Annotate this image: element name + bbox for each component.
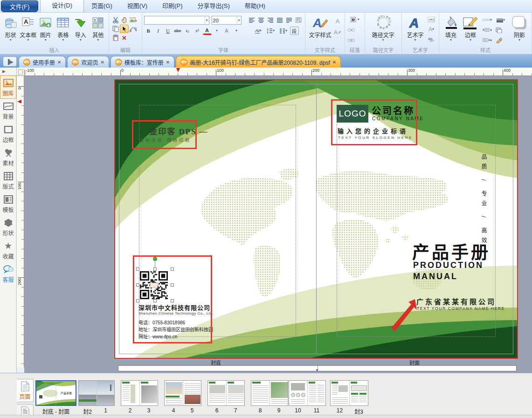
- side-vertical-text[interactable]: 品质 / 专业 / 高效: [480, 154, 488, 214]
- select-cursor-button[interactable]: [120, 25, 129, 33]
- highlight-color-dropdown[interactable]: ▾: [232, 27, 241, 35]
- indent-decrease-button[interactable]: ▾: [480, 26, 494, 34]
- hand-pan-button[interactable]: [120, 16, 129, 24]
- cover-title-en-2[interactable]: MANUAL: [413, 272, 458, 281]
- cover-title[interactable]: 产品手册: [412, 239, 491, 264]
- char-style-button[interactable]: A: [333, 17, 342, 25]
- sidebar-item-background[interactable]: 背景: [0, 99, 16, 122]
- font-color-button[interactable]: A: [203, 27, 212, 35]
- thumbnail-spread[interactable]: [330, 380, 368, 406]
- doc-tab-template-library[interactable]: DPS 模板库：宣传册 ✕: [111, 56, 174, 68]
- unlink-textboxes-button[interactable]: [347, 36, 356, 44]
- insert-textbox-button[interactable]: A 文本框▾: [20, 14, 37, 41]
- doc-tab-active-album[interactable]: DPS 画册-大16开骑马钉-绿色工厂产品画册200820-1109. dpsf…: [176, 56, 341, 68]
- thumbnail-spread[interactable]: [78, 380, 115, 406]
- arrange-layers-button[interactable]: [494, 26, 503, 34]
- vertical-ruler[interactable]: 0 100 200: [17, 76, 24, 367]
- thumbnail-cover-spread[interactable]: 产品手册: [35, 380, 76, 406]
- font-size-combo[interactable]: 20▾: [212, 16, 242, 25]
- paragraph-dialog-button[interactable]: 段: [290, 27, 299, 35]
- strikethrough-button[interactable]: abe: [173, 27, 182, 35]
- sidebar-item-template[interactable]: 模板: [0, 192, 16, 215]
- line-style-button[interactable]: ▾: [480, 16, 494, 24]
- close-tab-icon[interactable]: ✕: [100, 60, 104, 65]
- insert-picture-button[interactable]: 图片▾: [37, 14, 55, 41]
- shadow-button[interactable]: 阴影▾: [509, 14, 530, 41]
- indent-increase-button[interactable]: ▾: [480, 36, 494, 45]
- paste-button[interactable]: [111, 34, 120, 42]
- thumbnail-spread[interactable]: [207, 380, 245, 406]
- insert-table-button[interactable]: 表格▾: [55, 14, 72, 41]
- font-color-dropdown[interactable]: ▾: [213, 27, 221, 35]
- italic-button[interactable]: I: [154, 27, 163, 35]
- sidebar-item-favorites[interactable]: ★ 收藏: [0, 239, 16, 262]
- sidebar-item-gallery[interactable]: 图库: [0, 75, 16, 99]
- horizontal-ruler[interactable]: -100 0 100 200 300 400: [24, 68, 532, 76]
- char-style-2-button[interactable]: A: [333, 28, 342, 36]
- thumbnail-spread[interactable]: [121, 380, 158, 406]
- link-textboxes-button[interactable]: [347, 26, 356, 34]
- menu-tab-help[interactable]: 帮助(H): [237, 0, 273, 12]
- line-weight-button[interactable]: ▾: [494, 16, 507, 24]
- wordart-button[interactable]: A 艺术字▾: [404, 14, 427, 41]
- font-family-combo[interactable]: ▾: [144, 16, 209, 25]
- cut-button[interactable]: [111, 16, 120, 24]
- insert-shape-button[interactable]: 形状▾: [2, 14, 20, 41]
- text-wrap-button[interactable]: M▾: [347, 15, 363, 24]
- bottom-company-en[interactable]: TEXT YOUR COMPANY NAME HERE: [417, 306, 505, 311]
- line-spacing-button[interactable]: ▾: [265, 27, 277, 35]
- wordart-ab-button[interactable]: Abb↵: [427, 35, 436, 43]
- subscript-button[interactable]: x₂: [183, 27, 192, 35]
- menu-tab-page[interactable]: 页面(G): [84, 0, 120, 12]
- design-canvas[interactable]: — 金印客 DPS — 自助排版·网络印刷 LOGO 公司名称 COMPANY …: [24, 76, 532, 373]
- close-tab-icon[interactable]: ✕: [57, 60, 61, 65]
- insert-other-button[interactable]: 5 其他▾: [90, 14, 107, 41]
- sidebar-expander-icon[interactable]: ▶: [0, 68, 16, 75]
- superscript-button[interactable]: x²: [193, 27, 202, 35]
- sidebar-item-material[interactable]: 素材: [0, 145, 16, 169]
- path-text-button[interactable]: cabcabcabcab 路径文字▾: [368, 14, 399, 41]
- wordart-frame-button[interactable]: ABC: [427, 15, 436, 24]
- bottom-company-cn[interactable]: 广东省某某有限公司: [416, 296, 496, 306]
- wordart-style-button[interactable]: A▾: [427, 25, 436, 34]
- doc-tab-user-manual[interactable]: DPS 使用手册 ✕: [19, 56, 66, 68]
- panel-expander-icon[interactable]: ▐▶: [3, 56, 17, 67]
- align-justify-button[interactable]: [276, 16, 284, 24]
- align-left-button[interactable]: [248, 16, 256, 24]
- edit-points-button[interactable]: ▾: [129, 25, 138, 33]
- doc-tab-welcome[interactable]: DPS 欢迎页 ✕: [67, 56, 109, 68]
- bold-button[interactable]: B: [144, 27, 153, 35]
- text-style-button[interactable]: A 文字样式: [307, 14, 333, 39]
- fill-button[interactable]: 填充▾: [441, 14, 461, 41]
- thumbnail-spread[interactable]: [289, 380, 326, 406]
- sidebar-item-shape[interactable]: 形状: [0, 215, 16, 239]
- file-menu-button[interactable]: 文件(F): [1, 0, 38, 12]
- format-painter-button[interactable]: [494, 36, 503, 45]
- menu-tab-design[interactable]: 设计(D): [40, 0, 84, 12]
- text-direction-button[interactable]: [294, 16, 303, 24]
- align-distribute-button[interactable]: [285, 16, 294, 24]
- pages-tab[interactable]: 页面: [17, 379, 34, 402]
- sidebar-item-frame[interactable]: 边框: [0, 122, 16, 145]
- menu-tab-print[interactable]: 印刷(P): [155, 0, 190, 12]
- thumbnails-scrollbar[interactable]: [0, 415, 532, 418]
- char-spacing-button[interactable]: AV▾: [252, 27, 264, 35]
- sidebar-item-layout[interactable]: 版式: [0, 169, 16, 192]
- picture-adjust-button[interactable]: ▾: [129, 16, 138, 24]
- scroll-down-arrow[interactable]: ▼: [315, 368, 319, 372]
- menu-tab-share-export[interactable]: 分享导出(S): [190, 0, 237, 12]
- copy-button[interactable]: [111, 25, 120, 33]
- close-tab-icon[interactable]: ✕: [166, 60, 170, 65]
- underline-button[interactable]: U: [164, 27, 173, 35]
- thumbnail-spread[interactable]: [164, 380, 201, 406]
- border-button[interactable]: 边框▾: [461, 14, 480, 41]
- thumbnail-spread[interactable]: [251, 380, 288, 406]
- cover-title-en-1[interactable]: PRODUCTION: [413, 260, 484, 270]
- align-center-button[interactable]: [257, 16, 266, 24]
- insert-import-button[interactable]: 导入▾: [72, 14, 90, 41]
- align-right-button[interactable]: [266, 16, 275, 24]
- delete-button[interactable]: ✕: [120, 34, 129, 42]
- highlight-color-button[interactable]: A: [222, 27, 231, 35]
- close-tab-icon[interactable]: ✕: [332, 60, 336, 65]
- sidebar-item-customer-service[interactable]: 客服: [0, 262, 16, 285]
